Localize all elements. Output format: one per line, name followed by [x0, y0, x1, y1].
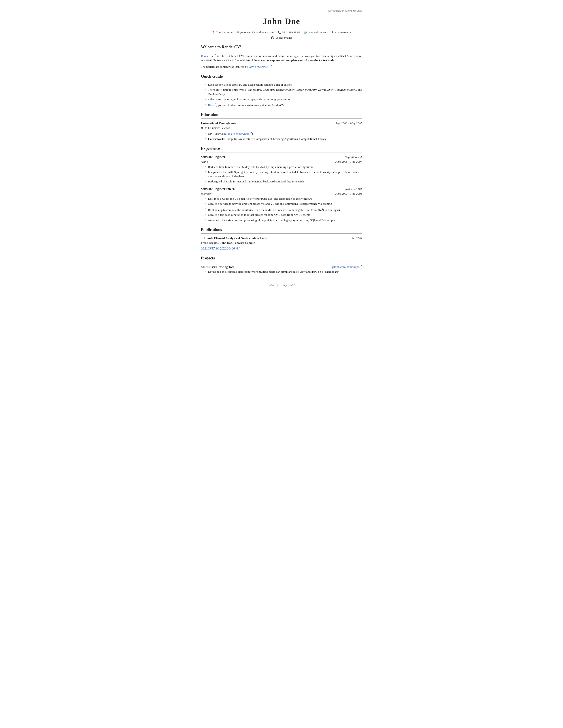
section-title-quick-guide: Quick Guide [201, 73, 362, 80]
contact-row1: 📍 Your Location ✉ youremail@yourdomain.c… [201, 30, 362, 35]
pub-entry-1: 3D Finite Element Analysis of No-Insulat… [201, 236, 362, 251]
proj-entry-1: Multi-User Drawing Tool github.com/name/… [201, 264, 362, 274]
welcome-paragraph1: RenderCV ↗ is a LaTeX-based CV/resume ve… [201, 53, 362, 63]
proj-external-icon[interactable]: ↗ [360, 265, 362, 267]
exp-apple-bullets: Reduced time to render user buddy lists … [204, 165, 362, 184]
proj-title: Multi-User Drawing Tool [201, 265, 234, 269]
exp-ms-bullet3: Built an app to compute the similarity o… [204, 207, 362, 212]
exp-apple-org-row: Apple June 2005 – Aug 2007 [201, 159, 362, 164]
exp-apple-bullet1: Reduced time to render user buddy lists … [204, 165, 362, 169]
quick-guide-item2: There are 7 unique entry types: BulletEn… [204, 88, 362, 97]
edu-entry-upenn: University of Pennsylvania Sept 2000 – M… [201, 121, 362, 141]
exp-apple-bullet3: Redesigned chat file format and implemen… [204, 179, 362, 184]
pub-header: 3D Finite Element Analysis of No-Insulat… [201, 236, 362, 240]
doi-external-icon[interactable]: ↗ [239, 246, 240, 249]
linkedin-icon: in [332, 30, 334, 34]
section-title-education: Education [201, 112, 362, 119]
section-title-experience: Experience [201, 146, 362, 152]
welcome-paragraph2: The boilerplate content was inspired by … [201, 64, 362, 69]
pub-date: Jan 2004 [351, 236, 362, 240]
pub-authors: Frodo Baggins, John Doe, Samwise Gamgee [201, 241, 362, 245]
exp-apple-location: Cupertino, CA [345, 155, 362, 159]
exp-ms-bullet5: Automated the extraction and processing … [204, 218, 362, 222]
section-experience: Experience Software Engineer Cupertino, … [201, 146, 362, 222]
edu-degree: BS in Computer Science [201, 126, 362, 130]
exp-ms-bullet1: Designed a UI for the VS open file switc… [204, 197, 362, 201]
name-header: John Doe [201, 15, 362, 28]
quick-guide-item3: Select a section title, pick an entry ty… [204, 97, 362, 102]
exp-ms-bullet4: Created a test case generation tool that… [204, 213, 362, 217]
exp-apple-company: Apple [201, 159, 208, 164]
exp-apple-header: Software Engineer Cupertino, CA [201, 155, 362, 159]
edu-institution: University of Pennsylvania [201, 121, 236, 126]
exp-apple-bullet2: Integrated iChat with Spotlight Search b… [204, 170, 362, 179]
phone-icon: 📞 [277, 30, 281, 35]
section-projects: Projects Multi-User Drawing Tool github.… [201, 255, 362, 274]
contact-row2: yourusername [201, 36, 362, 40]
section-title-projects: Projects [201, 255, 362, 262]
contact-phone: 📞 0541 999 99 99 [277, 30, 300, 35]
here-link[interactable]: Here [208, 103, 214, 107]
edu-bullet-gpa: GPA: 3.9/4.0 (a link to somewhere ↗) [204, 131, 362, 136]
quick-guide-item1: Each section title is arbitrary and each… [204, 83, 362, 87]
section-education: Education University of Pennsylvania Sep… [201, 112, 362, 141]
last-updated: Last updated in September 2024 [201, 9, 362, 13]
section-title-welcome: Welcome to RenderCV! [201, 44, 362, 51]
exp-ms-title: Software Engineer Intern [201, 187, 235, 191]
exp-ms-bullets: Designed a UI for the VS open file switc… [204, 197, 362, 222]
edu-bullets: GPA: 3.9/4.0 (a link to somewhere ↗) Cou… [204, 131, 362, 141]
gayle-link[interactable]: Gayle McDowell [249, 65, 269, 68]
exp-ms-bullet2: Created a service to provide gradient ac… [204, 202, 362, 206]
quick-guide-item4: Here ↗, you can find a comprehensive use… [204, 102, 362, 107]
contact-location: 📍 Your Location [211, 30, 232, 35]
doi-link[interactable]: 10.1109/TASC.2023.3340648 [201, 247, 238, 250]
page-footer: John Doe - Page 1 of 2 [201, 283, 362, 287]
section-welcome: Welcome to RenderCV! RenderCV ↗ is a LaT… [201, 44, 362, 69]
gayle-external-icon[interactable]: ↗ [269, 64, 272, 67]
exp-entry-microsoft: Software Engineer Intern Redmond, WA Mic… [201, 187, 362, 222]
exp-apple-title: Software Engineer [201, 155, 225, 159]
section-publications: Publications 3D Finite Element Analysis … [201, 227, 362, 251]
here-external-icon[interactable]: ↗ [214, 103, 216, 105]
edu-entry-header: University of Pennsylvania Sept 2000 – M… [201, 121, 362, 126]
gpa-link[interactable]: a link to somewhere [225, 132, 249, 135]
proj-bullets: Developed an electronic classroom where … [204, 270, 362, 274]
exp-entry-apple: Software Engineer Cupertino, CA Apple Ju… [201, 155, 362, 184]
exp-ms-org-row: Microsoft June 2003 – Aug 2003 [201, 191, 362, 196]
quick-guide-list: Each section title is arbitrary and each… [204, 83, 362, 107]
proj-repo-link[interactable]: github.com/name/repo [332, 265, 360, 269]
pub-doi: 10.1109/TASC.2023.3340648 ↗ [201, 246, 362, 251]
contact-email: ✉ youremail@yourdomain.com [236, 30, 273, 35]
proj-link[interactable]: github.com/name/repo ↗ [332, 264, 362, 269]
exp-ms-date: June 2003 – Aug 2003 [336, 191, 362, 196]
proj-header: Multi-User Drawing Tool github.com/name/… [201, 264, 362, 269]
contact-linkedin: in yourusername [332, 30, 352, 35]
rendercv-external-icon[interactable]: ↗ [214, 54, 216, 56]
rendercv-link[interactable]: RenderCV [201, 54, 214, 58]
proj-bullet1: Developed an electronic classroom where … [204, 270, 362, 274]
contact-website[interactable]: 🔗 yourwebsite.com [304, 30, 328, 35]
exp-ms-header: Software Engineer Intern Redmond, WA [201, 187, 362, 191]
edu-bullet-coursework: Coursework: Computer Architecture, Compa… [204, 137, 362, 141]
section-quick-guide: Quick Guide Each section title is arbitr… [201, 73, 362, 107]
location-icon: 📍 [211, 30, 215, 35]
pub-title: 3D Finite Element Analysis of No-Insulat… [201, 236, 266, 240]
exp-apple-date: June 2005 – Aug 2007 [336, 159, 362, 164]
web-icon: 🔗 [304, 30, 308, 35]
exp-ms-location: Redmond, WA [345, 187, 362, 191]
edu-date: Sept 2000 – May 2005 [336, 121, 362, 126]
email-icon: ✉ [236, 30, 239, 35]
section-title-publications: Publications [201, 227, 362, 234]
github-icon [271, 36, 275, 40]
exp-ms-company: Microsoft [201, 191, 212, 196]
gpa-external-icon[interactable]: ↗ [250, 131, 252, 134]
